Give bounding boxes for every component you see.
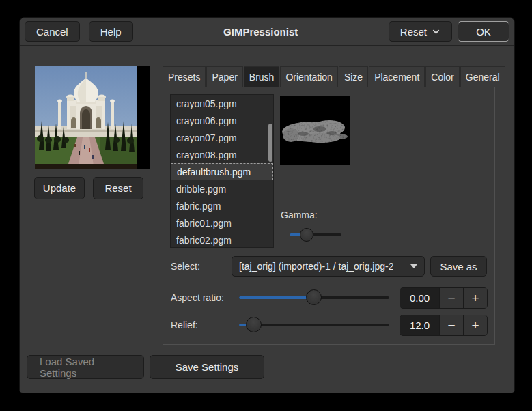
tab-size[interactable]: Size	[339, 66, 368, 87]
brush-tab-panel: crayon05.pgm crayon06.pgm crayon07.pgm c…	[163, 87, 495, 345]
tab-color[interactable]: Color	[425, 66, 459, 87]
aspect-ratio-value-field[interactable]: 0.00	[400, 288, 439, 308]
relief-decrement-button[interactable]: −	[439, 315, 463, 335]
preview-reset-button[interactable]: Reset	[93, 177, 143, 199]
taj-mahal-preview-image	[35, 66, 137, 169]
dropdown-value: [taj_orig] (imported)-1 / taj_orig.jpg-2	[239, 261, 393, 272]
tab-bar: Presets Paper Brush Orientation Size Pla…	[163, 66, 495, 87]
cancel-button[interactable]: Cancel	[25, 21, 80, 42]
dropdown-arrow-icon	[410, 264, 417, 268]
minus-icon: −	[447, 318, 455, 333]
chevron-down-icon	[432, 27, 440, 36]
tab-orientation[interactable]: Orientation	[280, 66, 337, 87]
aspect-ratio-label: Aspect ratio:	[171, 287, 224, 308]
tab-paper[interactable]: Paper	[206, 66, 242, 87]
brush-list-item[interactable]: crayon06.pgm	[171, 112, 273, 129]
brush-list-item[interactable]: fabric.pgm	[171, 197, 273, 214]
image-preview	[35, 66, 150, 169]
brush-list-item[interactable]: crayon08.pgm	[171, 146, 273, 163]
brush-stroke-preview	[280, 96, 350, 165]
aspect-ratio-slider[interactable]	[239, 287, 389, 308]
select-label: Select:	[171, 256, 200, 277]
aspect-ratio-spinner: 0.00 − +	[400, 287, 488, 309]
load-saved-settings-button[interactable]: Load Saved Settings	[27, 355, 144, 379]
tab-placement[interactable]: Placement	[369, 66, 425, 87]
brush-list-item[interactable]: crayon07.pgm	[171, 129, 273, 146]
relief-increment-button[interactable]: +	[463, 315, 487, 335]
dialog-content: Update Reset Presets Paper Brush Orienta…	[20, 46, 514, 393]
gimpressionist-dialog: Cancel Help GIMPressionist Reset OK	[19, 17, 515, 393]
settings-notebook: Presets Paper Brush Orientation Size Pla…	[163, 66, 495, 345]
header-bar: Cancel Help GIMPressionist Reset OK	[20, 18, 514, 46]
brush-list[interactable]: crayon05.pgm crayon06.pgm crayon07.pgm c…	[170, 94, 274, 248]
plus-icon: +	[471, 291, 479, 306]
brush-list-item[interactable]: dribble.pgm	[171, 180, 273, 197]
help-button[interactable]: Help	[89, 21, 133, 42]
aspect-ratio-increment-button[interactable]: +	[463, 288, 487, 308]
relief-spinner: 12.0 − +	[400, 315, 488, 336]
aspect-ratio-slider-knob[interactable]	[306, 289, 322, 305]
brush-list-scrollbar[interactable]	[268, 96, 272, 246]
gamma-slider[interactable]	[290, 225, 341, 245]
plus-icon: +	[471, 318, 479, 333]
brush-list-item[interactable]: crayon05.pgm	[171, 95, 273, 112]
window-title: GIMPressionist	[133, 26, 389, 38]
gamma-label: Gamma:	[281, 205, 318, 225]
save-as-button[interactable]: Save as	[430, 256, 487, 277]
brush-list-item-selected[interactable]: defaultbrush.pgm	[171, 163, 273, 180]
reset-dropdown-button[interactable]: Reset	[389, 21, 452, 42]
brush-list-item[interactable]: fabric02.pgm	[171, 231, 273, 248]
relief-slider[interactable]	[239, 315, 389, 335]
brush-source-dropdown[interactable]: [taj_orig] (imported)-1 / taj_orig.jpg-2	[232, 256, 425, 277]
ok-button[interactable]: OK	[458, 21, 509, 42]
brush-list-item[interactable]: fabric01.pgm	[171, 214, 273, 231]
relief-label: Relief:	[171, 315, 198, 335]
scrollbar-thumb[interactable]	[268, 124, 272, 162]
tab-presets[interactable]: Presets	[163, 66, 206, 87]
tab-brush[interactable]: Brush	[244, 66, 280, 87]
aspect-ratio-decrement-button[interactable]: −	[439, 288, 463, 308]
gamma-slider-knob[interactable]	[300, 228, 313, 242]
relief-value-field[interactable]: 12.0	[400, 315, 439, 335]
tab-general[interactable]: General	[460, 66, 505, 87]
save-settings-button[interactable]: Save Settings	[150, 355, 264, 379]
reset-label: Reset	[400, 26, 427, 38]
relief-slider-knob[interactable]	[246, 317, 262, 332]
update-button[interactable]: Update	[34, 177, 85, 199]
minus-icon: −	[447, 291, 455, 306]
